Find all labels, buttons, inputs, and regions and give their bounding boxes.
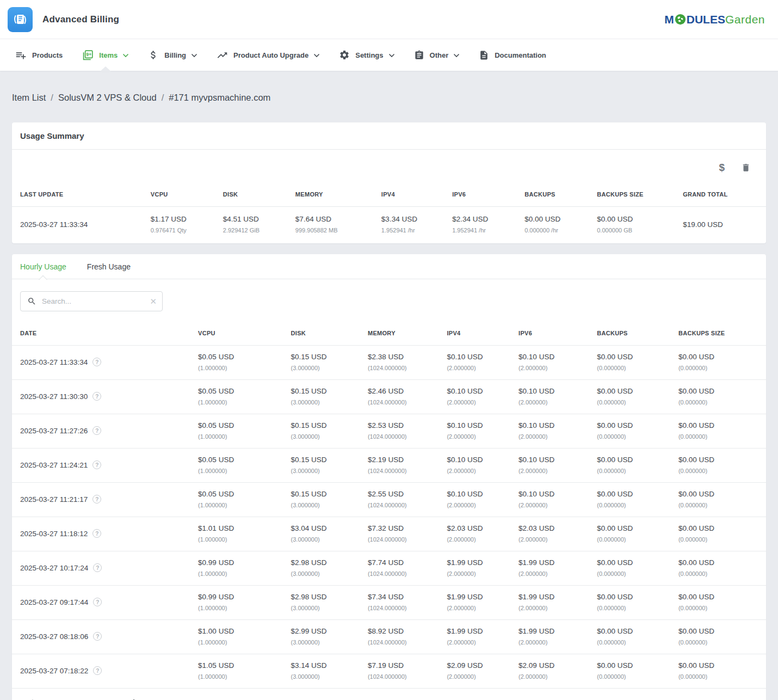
summary-column-header: BACKUPS SIZE xyxy=(589,179,675,206)
summary-toolbar: $ xyxy=(12,150,766,179)
billing-dollar-icon[interactable]: $ xyxy=(719,162,725,174)
help-icon[interactable]: ? xyxy=(92,392,101,401)
usage-cell: $2.09 USD(2.000000) xyxy=(439,654,510,688)
summary-cell: $3.34 USD1.952941 /hr xyxy=(373,207,444,243)
usage-cell: $0.00 USD(0.000000) xyxy=(670,449,766,482)
clear-search-icon[interactable]: ✕ xyxy=(150,297,157,305)
summary-table-row: 2025-03-27 11:33:34$1.17 USD0.976471 Qty… xyxy=(12,206,766,243)
nav-item-settings[interactable]: Settings xyxy=(329,39,404,71)
usage-detail-card: Hourly UsageFresh Usage ✕ DATEVCPUDISKME… xyxy=(12,254,766,700)
usage-cell: $0.15 USD(3.000000) xyxy=(283,346,360,379)
tab-hourly-usage[interactable]: Hourly Usage xyxy=(20,254,66,279)
usage-cell: $0.00 USD(0.000000) xyxy=(670,620,766,654)
usage-cell: $2.19 USD(1024.000000) xyxy=(360,449,439,482)
help-icon[interactable]: ? xyxy=(93,632,102,641)
help-icon[interactable]: ? xyxy=(93,563,102,572)
usage-cell: $1.99 USD(2.000000) xyxy=(510,551,589,585)
prev-page-icon[interactable] xyxy=(24,697,38,700)
summary-column-header: GRAND TOTAL xyxy=(675,179,766,206)
main-nav: Products9+ItemsBillingProduct Auto Upgra… xyxy=(0,39,778,71)
search-input[interactable] xyxy=(42,297,150,305)
help-icon[interactable]: ? xyxy=(92,460,101,469)
summary-cell: $0.00 USD0.000000 /hr xyxy=(516,207,589,243)
usage-summary-title: Usage Summary xyxy=(20,131,758,140)
summary-column-header: MEMORY xyxy=(287,179,373,206)
hourly-column-header: VCPU xyxy=(190,319,282,345)
summary-column-header: BACKUPS xyxy=(516,179,589,206)
nav-item-items[interactable]: 9+Items xyxy=(72,39,138,71)
help-icon[interactable]: ? xyxy=(92,529,101,538)
table-row: 2025-03-27 09:17:44?$0.99 USD(1.000000)$… xyxy=(12,585,766,619)
next-page-icon[interactable] xyxy=(129,697,143,700)
usage-cell: $7.19 USD(1024.000000) xyxy=(360,654,439,688)
search-box: ✕ xyxy=(20,291,163,311)
usage-cell: $8.92 USD(1024.000000) xyxy=(360,620,439,654)
breadcrumb: Item List/SolusVM 2 VPS & Cloud/#171 myv… xyxy=(12,71,766,122)
summary-cell: $7.64 USD999.905882 MB xyxy=(287,207,373,243)
nav-item-billing[interactable]: Billing xyxy=(138,39,207,71)
page-number[interactable]: 3 xyxy=(77,697,90,700)
help-icon[interactable]: ? xyxy=(92,426,101,435)
usage-cell: $0.10 USD(2.000000) xyxy=(510,346,589,379)
usage-cell: $0.00 USD(0.000000) xyxy=(589,414,670,448)
table-row: 2025-03-27 10:17:24?$0.99 USD(1.000000)$… xyxy=(12,551,766,585)
row-date: 2025-03-27 11:30:30? xyxy=(12,380,190,414)
summary-column-header: VCPU xyxy=(143,179,215,206)
hourly-column-header: IPV4 xyxy=(439,319,510,345)
usage-cell: $0.00 USD(0.000000) xyxy=(589,517,670,551)
nav-item-other[interactable]: Other xyxy=(404,39,470,71)
usage-cell: $0.00 USD(0.000000) xyxy=(670,380,766,414)
tab-fresh-usage[interactable]: Fresh Usage xyxy=(87,254,131,279)
usage-cell: $1.99 USD(2.000000) xyxy=(510,620,589,654)
table-row: 2025-03-27 07:18:22?$1.05 USD(1.000000)$… xyxy=(12,654,766,688)
nav-item-products[interactable]: Products xyxy=(5,39,72,71)
row-date: 2025-03-27 10:17:24? xyxy=(12,551,190,585)
usage-cell: $0.00 USD(0.000000) xyxy=(670,483,766,517)
usage-cell: $1.00 USD(1.000000) xyxy=(190,620,282,654)
usage-cell: $0.05 USD(1.000000) xyxy=(190,414,282,448)
table-row: 2025-03-27 11:21:17?$0.05 USD(1.000000)$… xyxy=(12,482,766,517)
usage-cell: $2.98 USD(3.000000) xyxy=(283,551,360,585)
nav-item-label: Product Auto Upgrade xyxy=(233,51,308,59)
usage-cell: $3.14 USD(3.000000) xyxy=(283,654,360,688)
summary-column-header: DISK xyxy=(215,179,287,206)
usage-cell: $0.10 USD(2.000000) xyxy=(510,380,589,414)
nav-item-label: Settings xyxy=(355,51,383,59)
usage-cell: $0.15 USD(3.000000) xyxy=(283,449,360,482)
usage-cell: $7.32 USD(1024.000000) xyxy=(360,517,439,551)
page-number[interactable]: 2 xyxy=(59,697,72,700)
playlist-add-icon xyxy=(15,50,27,61)
trending-up-icon xyxy=(217,50,228,61)
help-icon[interactable]: ? xyxy=(92,495,101,503)
nav-item-documentation[interactable]: Documentation xyxy=(469,39,556,71)
breadcrumb-item[interactable]: Item List xyxy=(12,93,46,102)
active-nav-notch xyxy=(100,66,111,71)
page-number[interactable]: 17 xyxy=(112,697,125,700)
breadcrumb-item[interactable]: SolusVM 2 VPS & Cloud xyxy=(58,93,157,102)
usage-cell: $0.15 USD(3.000000) xyxy=(283,414,360,448)
usage-cell: $0.10 USD(2.000000) xyxy=(510,414,589,448)
summary-cell: $4.51 USD2.929412 GiB xyxy=(215,207,287,243)
usage-cell: $0.00 USD(0.000000) xyxy=(589,551,670,585)
help-icon[interactable]: ? xyxy=(93,598,102,606)
usage-cell: $0.10 USD(2.000000) xyxy=(439,346,510,379)
nav-item-product-auto-upgrade[interactable]: Product Auto Upgrade xyxy=(207,39,329,71)
usage-cell: $0.99 USD(1.000000) xyxy=(190,586,282,619)
usage-cell: $1.05 USD(1.000000) xyxy=(190,654,282,688)
page-number[interactable]: 1 xyxy=(42,697,55,700)
usage-cell: $7.34 USD(1024.000000) xyxy=(360,586,439,619)
help-icon[interactable]: ? xyxy=(93,666,102,675)
delete-trash-icon[interactable] xyxy=(741,163,751,173)
pagination-bar: 123...17 5102050100∞ xyxy=(12,688,766,700)
help-icon[interactable]: ? xyxy=(92,358,101,366)
usage-cell: $0.00 USD(0.000000) xyxy=(589,449,670,482)
table-row: 2025-03-27 11:33:34?$0.05 USD(1.000000)$… xyxy=(12,345,766,379)
usage-cell: $0.00 USD(0.000000) xyxy=(589,380,670,414)
usage-cell: $1.99 USD(2.000000) xyxy=(439,551,510,585)
table-row: 2025-03-27 11:27:26?$0.05 USD(1.000000)$… xyxy=(12,414,766,448)
hourly-table-header: DATEVCPUDISKMEMORYIPV4IPV6BACKUPSBACKUPS… xyxy=(12,319,766,345)
summary-cell: $0.00 USD0.000000 GB xyxy=(589,207,675,243)
table-row: 2025-03-27 11:30:30?$0.05 USD(1.000000)$… xyxy=(12,379,766,414)
row-date: 2025-03-27 09:17:44? xyxy=(12,586,190,619)
usage-cell: $0.05 USD(1.000000) xyxy=(190,346,282,379)
